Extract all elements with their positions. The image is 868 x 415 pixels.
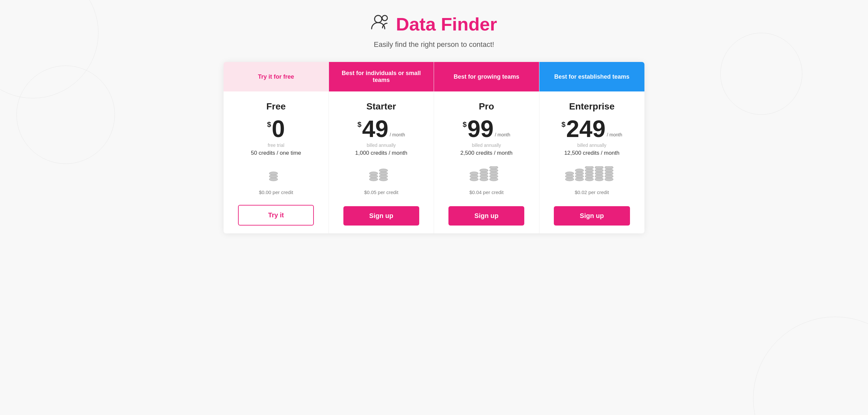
- svg-point-26: [565, 172, 574, 175]
- plan-body-free: Free $ 0 free trial 50 credits / one tim…: [223, 92, 329, 233]
- plan-button-starter[interactable]: Sign up: [343, 206, 419, 226]
- price-period-starter: / month: [390, 132, 405, 141]
- plan-name-enterprise: Enterprise: [569, 101, 615, 112]
- price-amount-enterprise: 249: [566, 117, 606, 141]
- svg-point-40: [595, 166, 603, 169]
- billing-note-free: free trial: [268, 143, 284, 148]
- plan-body-pro: Pro $ 99 / month billed annually 2,500 c…: [434, 92, 539, 233]
- billing-note-starter: billed annually: [367, 143, 396, 148]
- svg-point-11: [379, 169, 388, 172]
- plans-grid: Try it for free Free $ 0 free trial 50 c…: [223, 62, 645, 233]
- coins-visual-starter: [369, 166, 393, 184]
- plan-name-starter: Starter: [366, 101, 396, 112]
- page-header: Data Finder Easily find the right person…: [223, 13, 645, 49]
- per-credit-starter: $0.05 per credit: [364, 189, 398, 195]
- svg-point-7: [369, 172, 378, 175]
- plan-body-starter: Starter $ 49 / month billed annually 1,0…: [329, 92, 434, 233]
- per-credit-enterprise: $0.02 per credit: [575, 189, 609, 195]
- billing-note-enterprise: billed annually: [577, 143, 606, 148]
- page-subtitle: Easily find the right person to contact!: [223, 40, 645, 49]
- price-dollar-free: $: [267, 120, 271, 129]
- plan-badge-free: Try it for free: [223, 62, 329, 92]
- credits-note-free: 50 credits / one time: [251, 150, 301, 157]
- coins-visual-free: [269, 166, 283, 184]
- data-finder-icon: [371, 13, 391, 35]
- plan-card-pro: Best for growing teams Pro $ 99 / month …: [434, 62, 539, 233]
- price-dollar-enterprise: $: [561, 120, 565, 129]
- price-amount-starter: 49: [362, 117, 389, 141]
- plan-badge-pro: Best for growing teams: [434, 62, 539, 92]
- title-row: Data Finder: [223, 13, 645, 35]
- price-row-pro: $ 99 / month: [463, 117, 510, 141]
- coins-visual-enterprise: [565, 166, 619, 184]
- coins-visual-pro: [469, 166, 504, 184]
- price-period-pro: / month: [495, 132, 510, 141]
- price-dollar-starter: $: [358, 120, 362, 129]
- billing-note-pro: billed annually: [472, 143, 501, 148]
- credits-note-enterprise: 12,500 credits / month: [564, 150, 619, 157]
- price-row-free: $ 0: [267, 117, 285, 141]
- price-row-starter: $ 49 / month: [358, 117, 405, 141]
- plan-name-pro: Pro: [479, 101, 494, 112]
- svg-point-0: [375, 15, 382, 23]
- plan-name-free: Free: [266, 101, 286, 112]
- plan-card-enterprise: Best for established teams Enterprise $ …: [539, 62, 645, 233]
- page-title: Data Finder: [396, 13, 497, 35]
- svg-point-18: [479, 169, 488, 172]
- svg-point-23: [490, 166, 498, 169]
- plan-badge-enterprise: Best for established teams: [539, 62, 645, 92]
- plan-button-pro[interactable]: Sign up: [448, 206, 524, 226]
- price-row-enterprise: $ 249 / month: [561, 117, 622, 141]
- svg-point-14: [470, 172, 478, 175]
- plan-button-free[interactable]: Try it: [238, 205, 314, 226]
- plan-body-enterprise: Enterprise $ 249 / month billed annually…: [539, 92, 645, 233]
- plan-button-enterprise[interactable]: Sign up: [554, 206, 630, 226]
- page-wrapper: Data Finder Easily find the right person…: [217, 0, 651, 246]
- price-amount-free: 0: [272, 117, 285, 141]
- price-dollar-pro: $: [463, 120, 466, 129]
- plan-card-free: Try it for free Free $ 0 free trial 50 c…: [223, 62, 329, 233]
- credits-note-starter: 1,000 credits / month: [355, 150, 407, 157]
- svg-point-4: [269, 172, 278, 175]
- svg-point-1: [382, 15, 388, 21]
- svg-point-30: [575, 169, 584, 172]
- price-amount-pro: 99: [467, 117, 493, 141]
- plan-badge-starter: Best for individuals or small teams: [329, 62, 434, 92]
- price-period-enterprise: / month: [607, 132, 622, 141]
- plan-card-starter: Best for individuals or small teams Star…: [329, 62, 434, 233]
- credits-note-pro: 2,500 credits / month: [460, 150, 513, 157]
- svg-point-46: [605, 166, 613, 169]
- per-credit-pro: $0.04 per credit: [469, 189, 504, 195]
- per-credit-free: $0.00 per credit: [259, 189, 293, 195]
- svg-point-35: [585, 166, 594, 169]
